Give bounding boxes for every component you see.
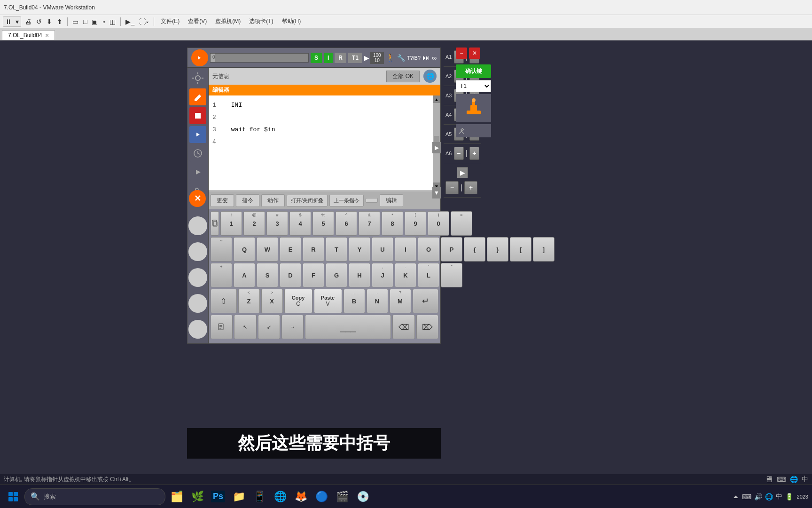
play-right-btn[interactable]: ▶ (457, 167, 468, 178)
menu-vm[interactable]: 虚拟机(M) (211, 16, 244, 26)
robot-arm-icon-btn[interactable] (456, 94, 491, 122)
clock-btn[interactable] (189, 145, 206, 162)
ok-button[interactable]: 全部 OK (386, 71, 420, 82)
key-delete[interactable]: ⌦ (416, 315, 438, 339)
key-enter[interactable]: ↵ (413, 289, 439, 313)
tray-arrow[interactable]: ⏶ (733, 493, 739, 500)
axis-a6-plus[interactable]: + (469, 147, 479, 160)
axis-a6-minus[interactable]: − (454, 147, 464, 160)
taskbar-app-browser[interactable]: 🌐 (271, 487, 289, 506)
start-button[interactable] (4, 487, 23, 506)
taskbar-app-firefox[interactable]: 🦊 (291, 487, 310, 506)
down-scroll-btn[interactable]: ▼ (432, 187, 441, 198)
key-3[interactable]: #3 (266, 211, 288, 236)
active-tab[interactable]: 7.OL_Build04 ✕ (2, 30, 55, 40)
key-5[interactable]: %5 (312, 211, 334, 236)
key-tilde[interactable]: ~ (211, 237, 232, 262)
pause-button[interactable]: ⏸ (3, 17, 14, 26)
key-backspace[interactable]: ⌫ (392, 315, 414, 339)
key-y[interactable]: Y (349, 237, 370, 262)
key-e[interactable]: E (280, 237, 301, 262)
key-p[interactable]: P (441, 237, 462, 262)
btn-r[interactable]: R (335, 53, 346, 63)
close-btn[interactable]: ✕ (469, 48, 480, 59)
taskbar-app-phone[interactable]: 📱 (250, 487, 269, 506)
pause-dropdown[interactable]: ▾ (14, 17, 21, 26)
key-paste[interactable]: Paste V (314, 289, 342, 313)
right-scroll-btn[interactable]: ▶ (432, 142, 441, 153)
tool-panel-btn[interactable] (456, 124, 491, 137)
key-6[interactable]: ^6 (336, 211, 357, 236)
key-q[interactable]: Q (234, 237, 255, 262)
key-arrow-right[interactable]: → (281, 315, 304, 339)
edit-btn[interactable]: 编辑 (380, 194, 403, 207)
print-button[interactable]: 🖨 (23, 17, 33, 26)
key-w[interactable]: W (257, 237, 278, 262)
key-d[interactable]: D (280, 263, 301, 287)
key-equals[interactable]: = (451, 211, 472, 236)
key-bracket-open[interactable]: { (464, 237, 485, 262)
minimize-btn[interactable]: − (456, 48, 467, 59)
key-plus-fn[interactable]: + (211, 263, 232, 287)
tray-keyboard[interactable]: ⌨ (742, 493, 751, 500)
key-sq-bracket-open[interactable]: [ (510, 237, 531, 262)
key-space[interactable]: ___ (305, 315, 391, 339)
key-2[interactable]: @2 (243, 211, 265, 236)
download-button[interactable]: ⬇ (45, 17, 54, 26)
key-7[interactable]: &7 (359, 211, 380, 236)
key-g[interactable]: G (326, 263, 347, 287)
taskbar-app-explorer[interactable]: 🗂️ (167, 487, 186, 506)
menu-view[interactable]: 查看(V) (184, 16, 211, 26)
taskbar-app-media[interactable]: 🎬 (333, 487, 351, 506)
prev-cmd-btn[interactable]: 上一条指令 (329, 195, 364, 206)
command-btn[interactable]: 指令 (236, 194, 259, 207)
fullscreen-button[interactable]: ⛶▾ (137, 17, 151, 26)
pencil-btn[interactable] (189, 88, 206, 105)
key-u[interactable]: U (372, 237, 393, 262)
key-0[interactable]: )0 (428, 211, 449, 236)
key-arrow-upleft[interactable]: ↖ (234, 315, 256, 339)
window-btn3[interactable]: ▣ (90, 17, 100, 26)
key-r[interactable]: R (303, 237, 324, 262)
key-h[interactable]: H (349, 263, 370, 287)
key-arrow-downleft[interactable]: ↙ (258, 315, 280, 339)
circle-btn-5[interactable] (188, 320, 207, 339)
menu-tab[interactable]: 选项卡(T) (245, 16, 277, 26)
play-btn[interactable] (189, 164, 206, 181)
x-btn-1[interactable]: ✕ (189, 190, 206, 207)
taskbar-app-plant[interactable]: 🌿 (188, 487, 207, 506)
tray-network[interactable]: 🌐 (765, 493, 773, 500)
key-bracket-close[interactable]: } (487, 237, 508, 262)
skip-icon[interactable]: ⏭ (422, 54, 430, 62)
tray-charge[interactable]: 🔋 (785, 493, 793, 500)
editor-content[interactable]: 1 INI 2 3 wait for $in 4 (209, 95, 440, 152)
key-l[interactable]: 'L (418, 263, 439, 287)
key-k[interactable]: :K (395, 263, 416, 287)
key-sq-bracket-close[interactable]: ] (533, 237, 554, 262)
window-btn5[interactable]: ◫ (108, 17, 117, 26)
window-btn4[interactable]: ▫ (101, 17, 107, 26)
key-m[interactable]: ?M (390, 289, 411, 313)
btn-t1[interactable]: T1 (348, 53, 362, 63)
key-1[interactable]: !1 (220, 211, 242, 236)
btn-i[interactable]: I (324, 53, 333, 63)
window-btn1[interactable]: ▭ (70, 17, 80, 26)
taskbar-app-edge[interactable]: 🔵 (312, 487, 331, 506)
key-shift-left[interactable]: ⇧ (211, 289, 237, 313)
key-4[interactable]: $4 (289, 211, 311, 236)
key-x[interactable]: >X (261, 289, 283, 313)
key-j[interactable]: ;J (372, 263, 393, 287)
taskbar-app-disk[interactable]: 💿 (353, 487, 372, 506)
console-button[interactable]: ▶_ (124, 17, 136, 26)
confirm-button[interactable]: 确认键 (456, 64, 491, 78)
key-8[interactable]: *8 (382, 211, 403, 236)
taskbar-app-ps[interactable]: Ps (209, 487, 227, 506)
search-bar[interactable]: 🔍 搜索 (24, 488, 165, 505)
mode-select[interactable]: T1 T2 (456, 80, 491, 92)
scroll-up[interactable]: ▲ (433, 95, 440, 103)
empty-btn[interactable] (366, 198, 378, 203)
back-btn[interactable] (189, 126, 206, 143)
stop-btn[interactable] (189, 107, 206, 124)
fold-btn[interactable]: 打开/关闭折叠 (287, 195, 328, 206)
circle-btn-4[interactable] (188, 294, 207, 313)
